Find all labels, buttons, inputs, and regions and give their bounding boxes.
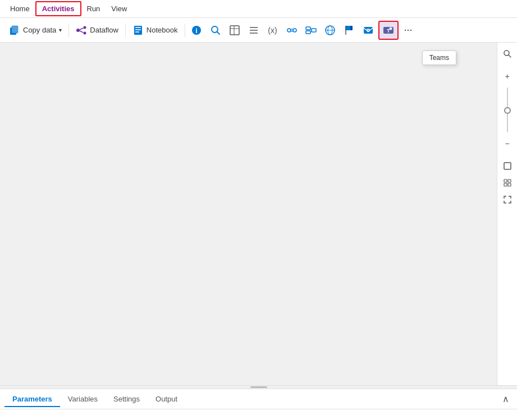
svg-point-21 bbox=[287, 29, 291, 32]
svg-rect-25 bbox=[312, 29, 316, 32]
zoom-out-button[interactable]: − bbox=[500, 136, 515, 151]
svg-line-6 bbox=[80, 31, 84, 33]
right-controls: + − bbox=[497, 43, 517, 385]
fit-page-button[interactable] bbox=[500, 158, 515, 174]
copy-data-button[interactable]: Copy data ▾ bbox=[4, 22, 66, 39]
collapse-panel-button[interactable]: ∧ bbox=[499, 391, 513, 407]
info-icon: i bbox=[191, 25, 202, 36]
svg-line-41 bbox=[509, 55, 511, 57]
menu-item-run[interactable]: Run bbox=[81, 2, 106, 15]
dataflow-label: Dataflow bbox=[90, 26, 118, 34]
divider-handle bbox=[250, 386, 267, 388]
svg-rect-24 bbox=[306, 31, 310, 34]
pages-button[interactable] bbox=[226, 22, 244, 39]
split-button[interactable] bbox=[302, 22, 320, 39]
more-button[interactable]: ··· bbox=[401, 21, 416, 39]
copy-data-dropdown-icon: ▾ bbox=[59, 27, 62, 33]
function-icon: (x) bbox=[267, 25, 278, 36]
main-canvas[interactable] bbox=[0, 43, 497, 385]
zoom-track bbox=[507, 87, 508, 132]
svg-rect-23 bbox=[306, 27, 310, 30]
svg-rect-46 bbox=[508, 183, 511, 186]
separator-3 bbox=[185, 24, 185, 37]
teams-tooltip: Teams bbox=[422, 50, 456, 65]
list-button[interactable] bbox=[245, 22, 263, 39]
svg-rect-9 bbox=[135, 29, 141, 30]
svg-rect-8 bbox=[135, 27, 141, 28]
outlook-button[interactable] bbox=[359, 22, 377, 39]
flag-icon bbox=[344, 25, 355, 36]
pages-icon bbox=[229, 25, 240, 36]
menu-item-activities[interactable]: Activities bbox=[35, 1, 81, 16]
list-icon bbox=[248, 25, 259, 36]
bottom-panel: Parameters Variables Settings Output ∧ bbox=[0, 389, 517, 420]
info-button[interactable]: i bbox=[187, 22, 205, 39]
split-icon bbox=[305, 25, 317, 36]
svg-line-5 bbox=[80, 27, 84, 29]
svg-line-14 bbox=[217, 31, 219, 34]
function-button[interactable]: (x) bbox=[264, 22, 282, 39]
svg-text:i: i bbox=[195, 27, 197, 35]
web-button[interactable] bbox=[321, 22, 339, 39]
bottom-tabs: Parameters Variables Settings Output ∧ bbox=[0, 389, 517, 409]
fit-selection-button[interactable] bbox=[500, 175, 515, 191]
svg-point-4 bbox=[84, 31, 86, 34]
dataflow-icon bbox=[76, 25, 87, 36]
svg-rect-1 bbox=[12, 26, 18, 33]
svg-rect-44 bbox=[508, 179, 511, 182]
separator-2 bbox=[125, 24, 126, 37]
outlook-icon bbox=[363, 25, 374, 36]
canvas-search-button[interactable] bbox=[500, 46, 515, 62]
tab-parameters[interactable]: Parameters bbox=[4, 391, 60, 407]
svg-point-3 bbox=[84, 26, 86, 29]
menu-item-home[interactable]: Home bbox=[4, 2, 35, 15]
svg-rect-10 bbox=[135, 31, 139, 33]
dataflow-button[interactable]: Dataflow bbox=[71, 22, 123, 39]
svg-rect-15 bbox=[230, 26, 239, 35]
transform-icon bbox=[286, 25, 298, 36]
menu-item-view[interactable]: View bbox=[106, 2, 132, 15]
notebook-button[interactable]: Notebook bbox=[128, 22, 182, 39]
tab-output[interactable]: Output bbox=[148, 391, 185, 407]
tab-settings[interactable]: Settings bbox=[106, 391, 148, 407]
search-toolbar-button[interactable] bbox=[207, 22, 225, 39]
zoom-in-icon: + bbox=[505, 72, 509, 81]
more-icon: ··· bbox=[404, 24, 413, 36]
teams-icon: T bbox=[383, 25, 394, 36]
toolbar: Copy data ▾ Dataflow Notebook bbox=[0, 18, 517, 43]
notebook-icon bbox=[132, 25, 144, 36]
svg-point-22 bbox=[293, 29, 296, 32]
fullscreen-button[interactable] bbox=[500, 192, 515, 207]
separator-1 bbox=[68, 24, 69, 37]
zoom-thumb[interactable] bbox=[504, 107, 511, 114]
tab-variables[interactable]: Variables bbox=[60, 391, 106, 407]
transform-button[interactable] bbox=[283, 22, 301, 39]
bottom-tab-right: ∧ bbox=[499, 391, 513, 407]
svg-rect-42 bbox=[504, 163, 511, 169]
copy-data-icon bbox=[9, 25, 20, 36]
svg-point-2 bbox=[76, 29, 80, 32]
menu-bar: Home Activities Run View bbox=[0, 0, 517, 18]
search-toolbar-icon bbox=[210, 25, 221, 36]
svg-rect-45 bbox=[504, 183, 507, 186]
svg-rect-32 bbox=[350, 26, 353, 30]
notebook-label: Notebook bbox=[147, 26, 178, 34]
zoom-in-button[interactable]: + bbox=[500, 68, 515, 84]
canvas-area: + − bbox=[0, 43, 517, 385]
teams-button[interactable]: T bbox=[378, 21, 399, 40]
zoom-out-icon: − bbox=[505, 139, 509, 148]
svg-point-39 bbox=[389, 27, 392, 30]
flag-button[interactable] bbox=[340, 22, 358, 39]
copy-data-label: Copy data bbox=[23, 26, 56, 34]
svg-rect-43 bbox=[504, 179, 507, 182]
svg-rect-36 bbox=[368, 30, 369, 31]
web-icon bbox=[324, 25, 336, 36]
